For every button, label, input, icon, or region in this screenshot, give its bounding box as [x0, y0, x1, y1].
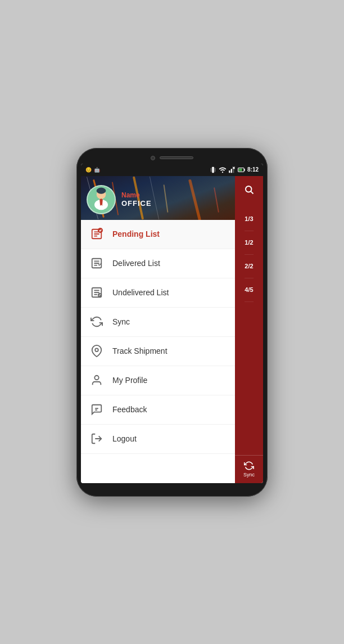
menu-label-undelivered-list: Undelivered List: [112, 288, 169, 297]
count-item-1: 1/3: [245, 208, 253, 231]
feedback-icon: [90, 403, 103, 416]
svg-rect-5: [231, 169, 232, 173]
sync-button[interactable]: Sync: [235, 455, 263, 483]
user-info: Name OFFICE: [121, 191, 152, 208]
svg-rect-10: [239, 168, 242, 171]
wifi-icon: [219, 166, 227, 174]
status-icons-left: 😊 🤖: [85, 167, 100, 173]
search-icon: [244, 184, 254, 195]
avatar: [87, 185, 116, 214]
menu-item-sync[interactable]: Sync: [81, 308, 235, 337]
menu-item-pending-list[interactable]: Pending List: [81, 220, 235, 249]
track-shipment-icon: [90, 344, 103, 358]
count-item-3: 2/2: [245, 255, 253, 278]
camera-dot: [151, 156, 155, 160]
delivered-list-icon: [90, 256, 103, 270]
menu-item-feedback[interactable]: Feedback: [81, 395, 235, 425]
count-item-4: 4/5: [245, 278, 253, 302]
menu-item-track-shipment[interactable]: Track Shipment: [81, 337, 235, 366]
svg-point-12: [246, 186, 252, 192]
speaker-bar: [160, 156, 193, 159]
menu-item-delivered-list[interactable]: Delivered List: [81, 249, 235, 278]
menu-label-delivered-list: Delivered List: [112, 259, 160, 268]
menu-item-logout[interactable]: Logout: [81, 425, 235, 454]
pending-list-icon: [90, 227, 103, 241]
svg-line-13: [251, 191, 253, 193]
svg-point-35: [94, 376, 98, 380]
menu-label-logout: Logout: [112, 434, 137, 443]
count-item-2: 1/2: [245, 231, 253, 255]
drawer-header: Name OFFICE: [81, 176, 235, 220]
user-role: OFFICE: [121, 199, 152, 208]
menu-label-my-profile: My Profile: [112, 376, 147, 385]
app-icon-1: 😊: [85, 167, 92, 173]
vibrate-icon: [209, 166, 217, 174]
svg-rect-2: [215, 168, 215, 172]
phone-device: 😊 🤖: [76, 148, 268, 497]
sync-menu-icon: [90, 315, 103, 328]
search-button[interactable]: [235, 176, 263, 203]
status-bar: 😊 🤖: [81, 164, 263, 176]
right-sidebar: 1/3 1/2 2/2 4/5 Sync: [235, 176, 263, 483]
profile-section: Name OFFICE: [87, 185, 152, 214]
battery-icon: [238, 166, 246, 174]
svg-rect-0: [212, 166, 214, 173]
phone-top-bar: [81, 154, 263, 164]
menu-item-undelivered-list[interactable]: Undelivered List: [81, 278, 235, 308]
drawer-menu: Pending List Delivered List: [81, 220, 235, 454]
phone-screen: 😊 🤖: [81, 164, 263, 483]
svg-rect-1: [211, 168, 211, 172]
svg-rect-11: [244, 169, 245, 171]
logout-icon: [90, 432, 103, 445]
undelivered-list-icon: [90, 286, 103, 299]
count-list: 1/3 1/2 2/2 4/5: [245, 203, 253, 455]
signal-icon: [228, 166, 236, 174]
avatar-image: [88, 185, 115, 213]
svg-rect-4: [229, 170, 230, 173]
time-display: 8:12: [247, 166, 259, 173]
svg-line-33: [99, 294, 101, 296]
navigation-drawer: Name OFFICE: [81, 176, 235, 483]
svg-point-34: [95, 348, 98, 352]
menu-label-pending-list: Pending List: [112, 229, 160, 238]
svg-point-16: [97, 187, 106, 193]
menu-label-sync: Sync: [112, 317, 130, 326]
app-icon-2: 🤖: [94, 167, 100, 173]
sync-label: Sync: [243, 472, 255, 478]
menu-item-my-profile[interactable]: My Profile: [81, 366, 235, 395]
sync-icon: [244, 461, 254, 471]
menu-label-feedback: Feedback: [112, 405, 147, 414]
menu-label-track-shipment: Track Shipment: [112, 346, 168, 355]
svg-point-3: [222, 171, 223, 172]
user-name: Name: [121, 191, 152, 199]
my-profile-icon: [90, 373, 103, 387]
status-icons-right: 8:12: [209, 166, 259, 174]
svg-marker-18: [99, 199, 103, 206]
